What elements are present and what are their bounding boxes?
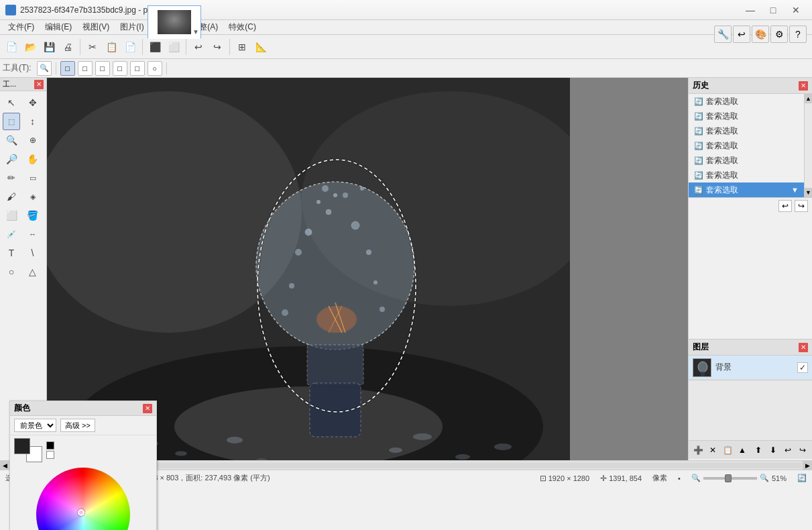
select-oval-btn[interactable]: ○ bbox=[148, 61, 162, 76]
paste-button[interactable]: 📄 bbox=[121, 38, 139, 56]
tool-pencil[interactable]: ✏ bbox=[3, 169, 20, 187]
foreground-color-box[interactable] bbox=[14, 438, 30, 454]
tool-rect-select[interactable]: ⬜ bbox=[3, 207, 20, 224]
deselect-button[interactable]: ⬜ bbox=[165, 38, 182, 56]
zoom-slider-track[interactable] bbox=[703, 477, 757, 480]
menu-image[interactable]: 图片(I) bbox=[115, 20, 149, 34]
layer-up-button[interactable]: ⬆ bbox=[752, 443, 765, 457]
settings-button[interactable]: ⚙ bbox=[770, 25, 788, 43]
tool-move[interactable]: ✥ bbox=[24, 94, 42, 111]
advanced-button[interactable]: 高级 >> bbox=[60, 419, 95, 432]
tool-arrow[interactable]: ↖ bbox=[3, 94, 20, 111]
select-rect-btn[interactable]: □ bbox=[60, 61, 75, 76]
tool-shapes[interactable]: ○ bbox=[3, 263, 20, 280]
tool-color-pick[interactable]: 💉 bbox=[3, 225, 20, 243]
cut-button[interactable]: ✂ bbox=[84, 38, 101, 56]
menu-file[interactable]: 文件(F) bbox=[3, 20, 40, 34]
tool-text[interactable]: T bbox=[3, 244, 20, 262]
open-button[interactable]: 📂 bbox=[21, 38, 39, 56]
select-magic-btn[interactable]: □ bbox=[113, 61, 127, 76]
tool-zoom[interactable]: 🔍 bbox=[3, 131, 20, 149]
tool-zoom2[interactable]: 🔎 bbox=[3, 150, 20, 168]
rotate-icon[interactable]: 🔄 bbox=[797, 474, 807, 482]
close-button[interactable]: ✕ bbox=[785, 3, 807, 17]
save-button[interactable]: 💾 bbox=[40, 38, 58, 56]
color-icon-button[interactable]: 🎨 bbox=[752, 25, 769, 43]
tool-select-move[interactable]: ↕ bbox=[24, 113, 42, 130]
layer-undo-btn[interactable]: ↩ bbox=[781, 443, 795, 457]
tool-triangle[interactable]: △ bbox=[24, 263, 42, 280]
toolbox-close-button[interactable]: ✕ bbox=[34, 80, 44, 89]
copy-button[interactable]: 📋 bbox=[103, 38, 120, 56]
color-header[interactable]: 颜色 ✕ bbox=[10, 401, 156, 416]
zoom-in-icon[interactable]: 🔍 bbox=[760, 474, 769, 482]
color-wheel[interactable] bbox=[36, 468, 130, 530]
history-undo-button[interactable]: ↩ bbox=[778, 200, 792, 212]
history-item-5[interactable]: 🔄 套索选取 bbox=[689, 153, 804, 168]
menu-view[interactable]: 视图(V) bbox=[77, 20, 115, 34]
tool-recolor[interactable]: ↔ bbox=[24, 225, 42, 243]
select-all-button[interactable]: ⬛ bbox=[146, 38, 164, 56]
tab-image-1[interactable]: ▼ bbox=[148, 5, 201, 39]
tool-lasso[interactable]: ⬚ bbox=[3, 113, 20, 130]
menu-edit[interactable]: 编辑(E) bbox=[40, 20, 77, 34]
history-item-2[interactable]: 🔄 套索选取 bbox=[689, 109, 804, 123]
scrollbar-down[interactable]: ▼ bbox=[805, 188, 812, 197]
select-freeform-btn[interactable]: □ bbox=[130, 61, 145, 76]
layer-name: 背景 bbox=[715, 362, 732, 373]
tool-stamp[interactable]: ◈ bbox=[24, 188, 42, 205]
layer-add-button[interactable]: ➕ bbox=[691, 443, 705, 457]
grid-button[interactable]: ⊞ bbox=[233, 38, 251, 56]
layer-item-background[interactable]: 背景 ✓ bbox=[689, 356, 812, 380]
tool-eraser[interactable]: ▭ bbox=[24, 169, 42, 187]
select-lasso-btn[interactable]: □ bbox=[95, 61, 110, 76]
history-item-1[interactable]: 🔄 套索选取 bbox=[689, 94, 804, 109]
tool-zoom-out[interactable]: ⊕ bbox=[24, 131, 42, 149]
history-header: 历史 ✕ bbox=[689, 78, 812, 94]
history-redo-button[interactable]: ↪ bbox=[795, 200, 808, 212]
zoom-tool-btn[interactable]: 🔍 bbox=[37, 61, 52, 76]
help-button[interactable]: ? bbox=[789, 25, 807, 43]
zoom-slider-thumb[interactable] bbox=[725, 474, 732, 482]
zoom-out-icon[interactable]: 🔍 bbox=[691, 474, 701, 482]
select-ellipse-btn[interactable]: □ bbox=[78, 61, 93, 76]
small-swatches bbox=[46, 441, 54, 459]
history-item-4[interactable]: 🔄 套索选取 bbox=[689, 138, 804, 153]
tool-hand[interactable]: ✋ bbox=[24, 150, 42, 168]
layer-redo-btn[interactable]: ↪ bbox=[796, 443, 809, 457]
scrollbar-track[interactable] bbox=[805, 103, 812, 188]
layer-merge-button[interactable]: ▲ bbox=[736, 443, 749, 457]
small-swatch-white[interactable] bbox=[46, 451, 54, 459]
history-item-7[interactable]: 🔄 套索选取 ▼ bbox=[689, 182, 804, 197]
history-item-3[interactable]: 🔄 套索选取 bbox=[689, 123, 804, 138]
layers-close-button[interactable]: ✕ bbox=[799, 343, 808, 352]
tool-fill[interactable]: 🪣 bbox=[24, 207, 42, 224]
history-item-6[interactable]: 🔄 套索选取 bbox=[689, 168, 804, 182]
layer-visibility-check[interactable]: ✓ bbox=[797, 362, 808, 373]
foreground-background-select[interactable]: 前景色 背景色 bbox=[14, 419, 56, 432]
tool-settings-button[interactable]: 🔧 bbox=[714, 25, 732, 43]
tab-dropdown-arrow[interactable]: ▼ bbox=[192, 28, 199, 36]
layer-duplicate-button[interactable]: 📋 bbox=[721, 443, 734, 457]
minimize-button[interactable]: — bbox=[740, 3, 761, 17]
layer-down-button[interactable]: ⬇ bbox=[766, 443, 780, 457]
scrollbar-up[interactable]: ▲ bbox=[805, 94, 812, 103]
menu-effects[interactable]: 特效(C) bbox=[223, 20, 262, 34]
ruler-button[interactable]: 📐 bbox=[252, 38, 270, 56]
tool-line[interactable]: \ bbox=[24, 244, 42, 262]
history-close-button[interactable]: ✕ bbox=[799, 81, 808, 91]
layer-delete-button[interactable]: ✕ bbox=[706, 443, 719, 457]
print-button[interactable]: 🖨 bbox=[59, 38, 76, 56]
tool-brush[interactable]: 🖌 bbox=[3, 188, 20, 205]
hscroll-left-btn[interactable]: ◀ bbox=[0, 461, 9, 470]
history-label-3: 套索选取 bbox=[706, 125, 738, 137]
redo-button[interactable]: ↪ bbox=[209, 38, 226, 56]
hscroll-right-btn[interactable]: ▶ bbox=[803, 461, 812, 470]
undo-button[interactable]: ↩ bbox=[190, 38, 207, 56]
history-scrollbar[interactable]: ▲ ▼ bbox=[804, 94, 812, 197]
maximize-button[interactable]: □ bbox=[762, 3, 784, 17]
history-icon-button[interactable]: ↩ bbox=[733, 25, 750, 43]
color-close-button[interactable]: ✕ bbox=[143, 404, 152, 413]
new-button[interactable]: 📄 bbox=[3, 38, 20, 56]
small-swatch-black[interactable] bbox=[46, 441, 54, 449]
